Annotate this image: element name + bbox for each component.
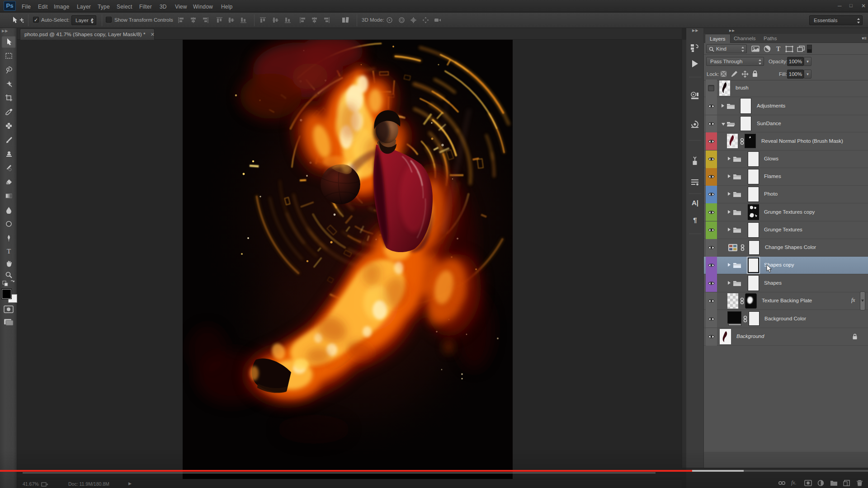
svg-text:T: T (7, 248, 11, 255)
